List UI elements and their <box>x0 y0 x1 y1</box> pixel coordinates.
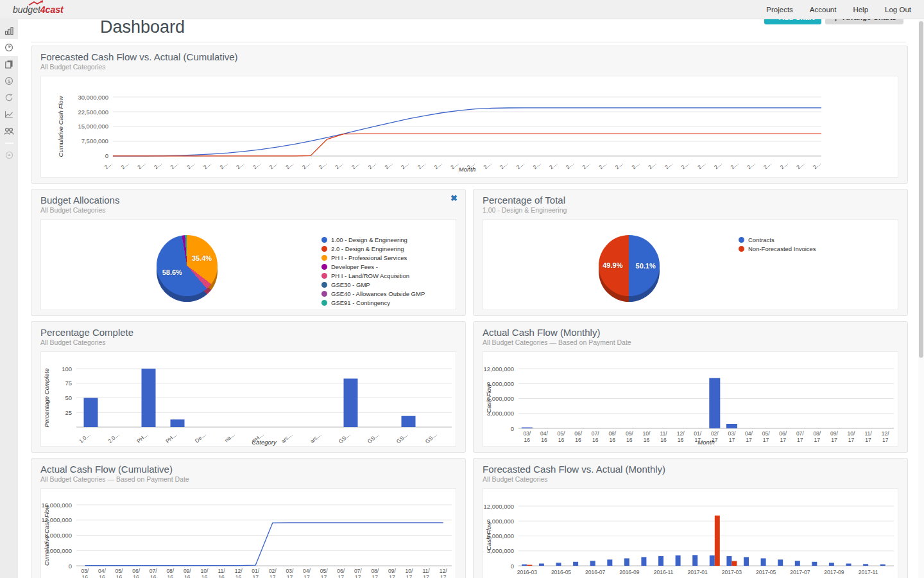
panel-subtitle: All Budget Categories — Based on Payment… <box>483 338 898 346</box>
svg-text:2016-03: 2016-03 <box>517 569 537 575</box>
record-icon <box>5 151 13 159</box>
sidebar-item-record[interactable] <box>0 146 18 163</box>
legend-label: Contracts <box>748 236 774 243</box>
nav-links: Projects Account Help Log Out <box>766 6 911 13</box>
svg-text:07/16: 07/16 <box>592 430 599 443</box>
svg-text:2…: 2… <box>499 160 509 170</box>
svg-text:2…: 2… <box>367 160 378 170</box>
svg-text:Month: Month <box>459 166 475 173</box>
svg-text:05/17: 05/17 <box>320 568 328 578</box>
panel-actual-cash-flow-monthly: Actual Cash Flow (Monthly) All Budget Ca… <box>473 321 908 453</box>
svg-text:GS…: GS… <box>338 431 352 444</box>
sidebar-item-team[interactable] <box>0 123 18 139</box>
app-logo[interactable]: budget4cast <box>13 5 64 14</box>
svg-text:arc…: arc… <box>280 431 294 444</box>
svg-text:2…: 2… <box>252 160 262 170</box>
panel-title: Forecasted Cash Flow vs. Actual (Monthly… <box>483 464 898 475</box>
panel-percentage-complete: Percentage Complete All Budget Categorie… <box>31 321 466 453</box>
panel-title: Forecasted Cash Flow vs. Actual (Cumulat… <box>40 51 898 62</box>
sidebar-item-budget[interactable]: $ <box>0 73 18 89</box>
svg-text:2…: 2… <box>301 160 312 170</box>
panel-budget-allocations: ✖ Budget Allocations All Budget Categori… <box>31 189 466 316</box>
documents-icon <box>4 60 13 69</box>
legend-label: GSE91 - Contingency <box>331 299 390 306</box>
svg-text:2…: 2… <box>284 160 295 170</box>
svg-text:06/16: 06/16 <box>132 568 140 578</box>
percentage-complete-bar-chart: 2550751001.0…2.0…PH…PH…De…na…PH…arc…arc…… <box>40 351 456 447</box>
svg-text:2…: 2… <box>581 160 592 170</box>
sidebar-item-dashboard[interactable] <box>0 39 18 56</box>
svg-text:04/17: 04/17 <box>745 430 753 443</box>
svg-text:2…: 2… <box>482 160 493 170</box>
svg-text:arc…: arc… <box>309 431 323 444</box>
svg-text:12/16: 12/16 <box>235 568 243 578</box>
line-chart-icon <box>4 110 13 119</box>
chart-svg: 03,000,0006,000,0009,000,00012,000,00020… <box>483 489 898 578</box>
svg-text:2…: 2… <box>383 160 394 170</box>
svg-text:2…: 2… <box>746 160 757 170</box>
legend-color-dot <box>321 246 327 252</box>
svg-text:08/17: 08/17 <box>371 568 379 578</box>
svg-text:11/16: 11/16 <box>660 430 667 443</box>
sidebar-item-sync[interactable] <box>0 89 18 106</box>
svg-text:100: 100 <box>62 365 72 372</box>
svg-text:0: 0 <box>511 425 514 432</box>
panel-subtitle: All Budget Categories <box>40 63 898 71</box>
svg-text:Cash Flow: Cash Flow <box>485 521 492 550</box>
pie-chart: 35.4%58.6% <box>157 235 218 296</box>
svg-text:2…: 2… <box>730 160 740 170</box>
legend-label: 2.0 - Design & Engineering <box>331 245 404 252</box>
panel-title: Actual Cash Flow (Cumulative) <box>40 464 456 475</box>
close-icon[interactable]: ✖ <box>450 194 458 202</box>
legend-item: PH I - Professional Services <box>321 254 425 261</box>
legend-color-dot <box>321 255 327 261</box>
svg-text:09/16: 09/16 <box>626 430 633 443</box>
chart-svg: 07,500,00015,000,00022,500,00030,000,000… <box>41 76 898 174</box>
nav-link-account[interactable]: Account <box>810 6 837 13</box>
svg-text:25: 25 <box>65 409 72 416</box>
sidebar-item-reports[interactable] <box>0 22 18 39</box>
svg-text:2…: 2… <box>119 160 130 170</box>
svg-text:07/17: 07/17 <box>354 568 362 578</box>
panel-subtitle: All Budget Categories <box>483 475 898 483</box>
svg-text:2017-09: 2017-09 <box>824 569 844 575</box>
percentage-of-total-pie-chart: 50.1%49.9%ContractsNon-Forecasted Invoic… <box>483 219 898 310</box>
legend-color-dot <box>321 282 327 288</box>
svg-text:2…: 2… <box>762 160 773 170</box>
svg-text:2…: 2… <box>318 160 329 170</box>
nav-link-help[interactable]: Help <box>853 6 868 13</box>
svg-text:15,000,000: 15,000,000 <box>78 123 108 130</box>
svg-text:2…: 2… <box>713 160 724 170</box>
svg-text:11/16: 11/16 <box>218 568 225 578</box>
legend-color-dot <box>321 237 327 243</box>
sidebar-item-trends[interactable] <box>0 106 18 123</box>
svg-text:GS…: GS… <box>366 431 381 444</box>
svg-text:0: 0 <box>511 563 514 570</box>
gauge-icon <box>4 43 13 52</box>
forecast-vs-actual-cumulative-chart: 07,500,00015,000,00022,500,00030,000,000… <box>40 76 898 178</box>
svg-text:11/17: 11/17 <box>423 568 431 578</box>
svg-text:50: 50 <box>65 394 72 401</box>
panel-title: Budget Allocations <box>40 195 456 206</box>
legend-color-dot <box>321 291 327 297</box>
svg-text:04/17: 04/17 <box>303 568 311 578</box>
svg-text:2017-01: 2017-01 <box>688 569 708 575</box>
svg-text:2…: 2… <box>696 160 707 170</box>
dollar-icon: $ <box>4 76 13 85</box>
legend-item: Developer Fees - <box>321 263 425 270</box>
nav-link-logout[interactable]: Log Out <box>885 6 911 13</box>
svg-text:na…: na… <box>223 431 236 443</box>
legend-color-dot <box>739 237 744 243</box>
svg-text:06/16: 06/16 <box>574 430 582 443</box>
svg-text:02/17: 02/17 <box>269 568 277 578</box>
scrollbar-thumb[interactable] <box>919 21 923 358</box>
nav-link-projects[interactable]: Projects <box>766 6 793 13</box>
svg-text:2017-05: 2017-05 <box>756 569 776 575</box>
svg-text:PH…: PH… <box>135 431 150 444</box>
panel-subtitle: All Budget Categories <box>40 338 456 346</box>
svg-text:2…: 2… <box>548 160 559 170</box>
vertical-scrollbar[interactable] <box>918 20 924 578</box>
sidebar-item-documents[interactable] <box>0 56 18 73</box>
legend-item: Contracts <box>739 236 816 243</box>
svg-text:09/16: 09/16 <box>184 568 191 578</box>
